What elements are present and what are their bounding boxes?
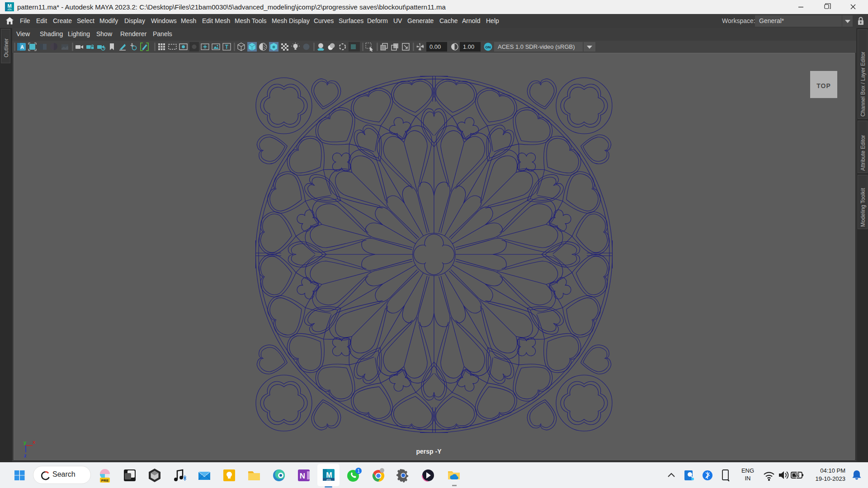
svg-text:M: M — [326, 471, 332, 479]
svg-text:y: y — [24, 440, 27, 445]
svg-text:ATA: ATA — [8, 8, 12, 11]
svg-text:PRE: PRE — [101, 479, 109, 483]
svg-text:T: T — [225, 44, 229, 50]
svg-text:A: A — [20, 44, 24, 50]
svg-text:x: x — [33, 439, 36, 445]
svg-text:ON: ON — [486, 45, 491, 49]
svg-text:N: N — [300, 472, 305, 480]
svg-text:ATA: ATA — [326, 479, 331, 481]
svg-text:1: 1 — [357, 469, 360, 474]
